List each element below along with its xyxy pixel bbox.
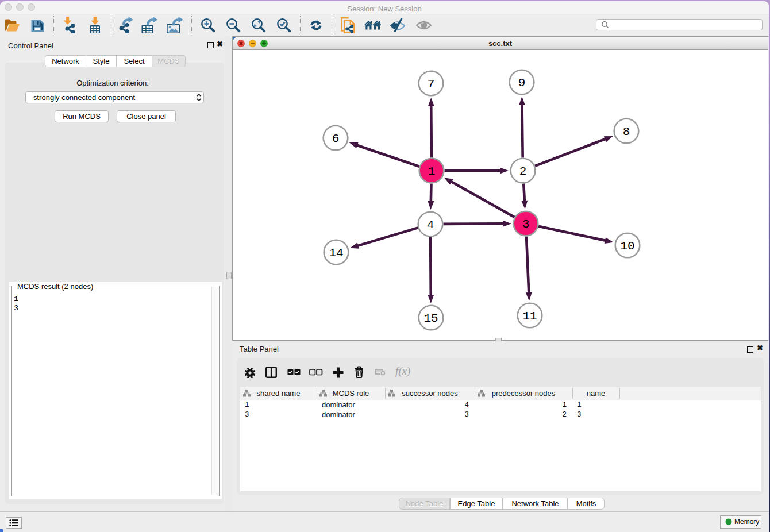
svg-text:3: 3 xyxy=(522,218,530,231)
svg-text:8: 8 xyxy=(623,125,630,138)
svg-text:14: 14 xyxy=(329,246,343,260)
svg-text:2: 2 xyxy=(519,165,527,178)
svg-text:10: 10 xyxy=(620,240,634,253)
svg-text:11: 11 xyxy=(522,310,537,323)
svg-text:7: 7 xyxy=(428,78,435,91)
svg-text:15: 15 xyxy=(424,312,438,325)
svg-text:1: 1 xyxy=(428,165,436,178)
svg-text:6: 6 xyxy=(332,132,340,145)
svg-text:9: 9 xyxy=(518,76,526,90)
svg-text:4: 4 xyxy=(427,218,434,232)
